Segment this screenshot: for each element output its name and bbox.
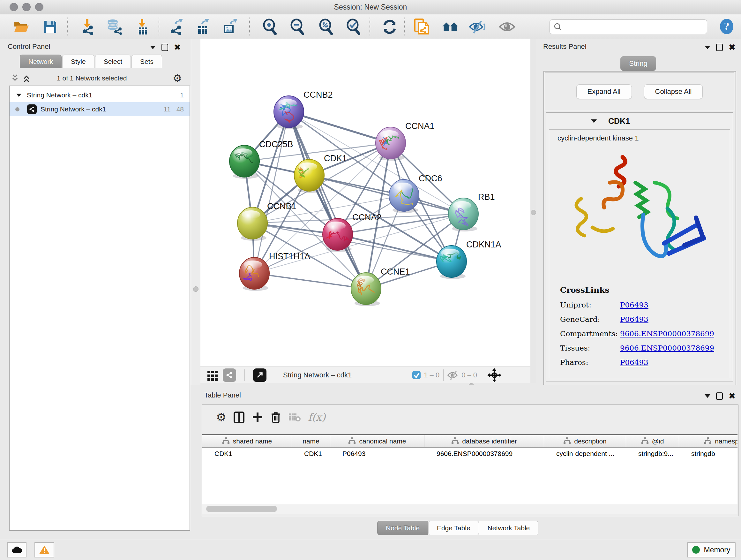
- splitter-handle[interactable]: [193, 287, 199, 292]
- network-collection-row[interactable]: String Network – cdk1 1: [10, 88, 190, 102]
- zoom-in-button[interactable]: [261, 18, 278, 36]
- hidden-elements-eye-icon[interactable]: [447, 370, 460, 380]
- zoom-out-button[interactable]: [288, 18, 306, 36]
- column-header-canonical-name[interactable]: canonical name: [330, 435, 424, 447]
- column-header-description[interactable]: description: [544, 435, 626, 447]
- birds-eye-view-icon[interactable]: [253, 368, 266, 382]
- network-node-CDKN1A[interactable]: CDKN1A: [436, 240, 501, 279]
- export-image-button[interactable]: [221, 18, 239, 36]
- import-network-from-database-button[interactable]: [105, 18, 123, 36]
- network-view-canvas[interactable]: CCNB2CCNA1CDC25BCDK1CDC6RB1CCNB1CCNA2CDK…: [200, 39, 530, 367]
- close-panel-icon[interactable]: ✖: [729, 44, 736, 51]
- houses-icon: [442, 19, 459, 35]
- expand-all-tree-icon[interactable]: [11, 73, 22, 83]
- export-table-button[interactable]: [195, 18, 212, 36]
- column-header-namespace[interactable]: namespace: [679, 435, 738, 447]
- network-edge-HIST1H1A-CCNE1[interactable]: [254, 273, 366, 289]
- tab-edge-table[interactable]: Edge Table: [428, 521, 479, 535]
- table-cell[interactable]: stringdb:9...: [626, 448, 679, 460]
- selected-nodes-checkbox-icon[interactable]: [412, 370, 421, 380]
- network-node-CCNE1[interactable]: CCNE1: [351, 267, 410, 306]
- table-row[interactable]: CDK1CDK1P064939606.ENSP00000378699cyclin…: [202, 448, 738, 460]
- column-header-database-identifier[interactable]: database identifier: [424, 435, 544, 447]
- network-share-icon[interactable]: [223, 368, 236, 382]
- table-cell[interactable]: cyclin-dependent ...: [544, 448, 626, 460]
- splitter-handle[interactable]: [531, 210, 536, 215]
- cloud-status-button[interactable]: [7, 542, 26, 557]
- float-panel-icon[interactable]: [716, 392, 723, 400]
- warnings-button[interactable]: [35, 542, 54, 557]
- crosslink-link[interactable]: 9606.ENSP00000378699: [620, 329, 714, 338]
- expand-all-button[interactable]: Expand All: [576, 84, 632, 99]
- network-node-HIST1H1A[interactable]: HIST1H1A: [239, 252, 310, 291]
- memory-button[interactable]: Memory: [687, 542, 736, 557]
- table-cell[interactable]: 9606.ENSP00000378699: [424, 448, 544, 460]
- network-node-CCNA1[interactable]: CCNA1: [376, 121, 434, 161]
- network-edge-CCNB2-CCNA1[interactable]: [289, 112, 391, 143]
- protein-section-header[interactable]: CDK1: [546, 113, 733, 129]
- left-splitter[interactable]: [191, 39, 201, 385]
- crosslink-link[interactable]: P06493: [620, 301, 649, 309]
- table-horizontal-scrollbar[interactable]: [202, 504, 738, 514]
- search-input[interactable]: [565, 23, 703, 31]
- search-box[interactable]: [549, 19, 707, 34]
- table-cell[interactable]: P06493: [330, 448, 424, 460]
- crosslink-link[interactable]: 9606.ENSP00000378699: [620, 344, 714, 352]
- network-node-CCNB1[interactable]: CCNB1: [238, 201, 296, 241]
- show-columns-icon[interactable]: [233, 411, 245, 423]
- scrollbar-thumb[interactable]: [206, 506, 277, 512]
- network-node-RB1[interactable]: RB1: [448, 192, 495, 232]
- close-panel-icon[interactable]: ✖: [174, 44, 181, 51]
- panel-menu-icon[interactable]: [150, 46, 156, 49]
- import-table-button[interactable]: [134, 18, 151, 36]
- network-edge-CCNB2-CCNE1[interactable]: [289, 112, 366, 289]
- grid-view-icon[interactable]: [207, 369, 218, 381]
- right-splitter[interactable]: [530, 39, 536, 385]
- table-options-gear-icon[interactable]: ⚙: [216, 412, 226, 422]
- tab-select[interactable]: Select: [95, 55, 131, 68]
- column-header-name[interactable]: name: [292, 435, 330, 447]
- tab-network-table[interactable]: Network Table: [479, 521, 539, 535]
- add-column-icon[interactable]: [252, 412, 263, 423]
- float-panel-icon[interactable]: [161, 44, 168, 51]
- network-row-selected[interactable]: String Network – cdk1 11 48: [10, 102, 190, 116]
- tab-node-table[interactable]: Node Table: [377, 521, 428, 535]
- table-cell[interactable]: CDK1: [202, 448, 292, 460]
- table-cell[interactable]: CDK1: [292, 448, 330, 460]
- hierarchy-icon: [348, 437, 356, 446]
- panel-menu-icon[interactable]: [704, 46, 711, 49]
- network-options-gear-icon[interactable]: ⚙: [173, 73, 182, 83]
- zoom-fit-button[interactable]: [317, 18, 334, 36]
- network-graph[interactable]: CCNB2CCNA1CDC25BCDK1CDC6RB1CCNB1CCNA2CDK…: [200, 39, 530, 367]
- help-button[interactable]: ?: [719, 18, 735, 35]
- tab-network[interactable]: Network: [20, 55, 62, 68]
- collapse-all-tree-icon[interactable]: [22, 73, 33, 83]
- column-header-shared-name[interactable]: shared name: [202, 435, 292, 447]
- section-collapse-icon[interactable]: [591, 119, 597, 123]
- float-panel-icon[interactable]: [716, 44, 723, 51]
- panel-menu-icon[interactable]: [704, 394, 711, 398]
- import-network-button[interactable]: [78, 18, 96, 36]
- crosslink-link[interactable]: P06493: [620, 358, 649, 367]
- table-cell[interactable]: stringdb: [679, 448, 738, 460]
- clone-network-button[interactable]: [413, 18, 430, 36]
- pan-crosshair-icon[interactable]: [487, 368, 501, 382]
- hide-selected-button[interactable]: [468, 18, 486, 36]
- tab-sets[interactable]: Sets: [131, 55, 162, 68]
- tab-style[interactable]: Style: [62, 55, 94, 68]
- first-neighbors-button[interactable]: [442, 18, 459, 36]
- show-all-button[interactable]: [498, 18, 516, 36]
- collapse-all-button[interactable]: Collapse All: [644, 84, 703, 99]
- apply-layout-button[interactable]: [381, 18, 398, 36]
- export-network-button[interactable]: [167, 18, 185, 36]
- column-header-@id[interactable]: @id: [626, 435, 679, 447]
- zoom-selected-button[interactable]: [345, 18, 362, 36]
- crosslink-link[interactable]: P06493: [620, 315, 649, 323]
- tab-string[interactable]: String: [620, 56, 656, 71]
- save-session-button[interactable]: [42, 18, 59, 36]
- delete-column-icon[interactable]: [270, 411, 281, 423]
- close-panel-icon[interactable]: ✖: [729, 393, 736, 399]
- network-view-toolbar: String Network – cdk1 1 – 0 0 – 0: [200, 367, 530, 383]
- open-session-button[interactable]: [13, 18, 30, 36]
- collection-expand-icon[interactable]: [16, 94, 21, 97]
